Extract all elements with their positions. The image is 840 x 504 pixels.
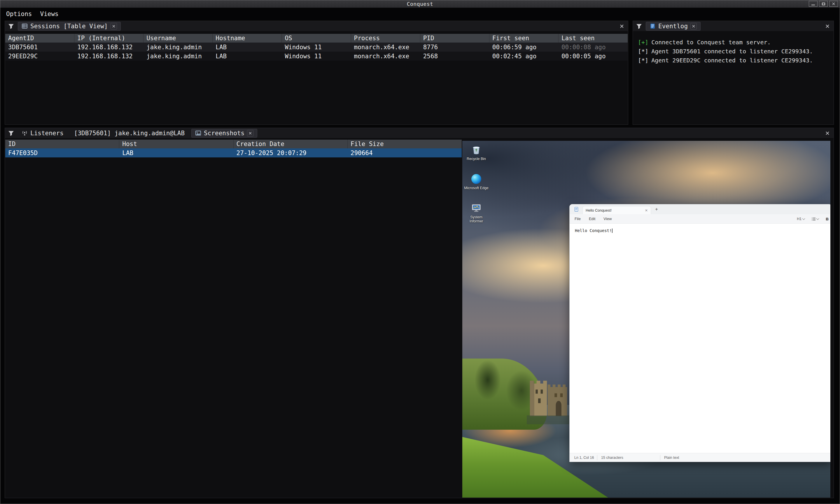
notepad-new-tab-button: +	[655, 206, 658, 212]
tab-screenshots[interactable]: Screenshots	[191, 129, 257, 138]
cell-hostname: LAB	[213, 44, 282, 51]
filter-funnel-icon[interactable]	[636, 23, 642, 30]
close-icon	[825, 131, 829, 135]
col-creation-date[interactable]: Creation Date	[234, 140, 348, 148]
screenshot-preview: Recycle Bin Microsoft Edge System Inform…	[462, 141, 830, 498]
eventlog-prefix: [*]	[638, 48, 648, 55]
cell-first-seen: 00:06:59 ago	[489, 44, 559, 51]
conquest-window: Conquest Options Views Sessions [Table V…	[0, 0, 840, 504]
col-file-size[interactable]: File Size	[348, 140, 462, 148]
filter-funnel-icon[interactable]	[8, 23, 14, 30]
notepad-heading-control: H1	[797, 217, 805, 221]
menu-views[interactable]: Views	[40, 11, 59, 17]
chevron-down-icon	[816, 217, 819, 220]
table-view-icon	[22, 23, 28, 29]
close-icon	[825, 24, 829, 28]
sessions-table: AgentID IP (Internal) Username Hostname …	[5, 34, 628, 61]
col-hostname[interactable]: Hostname	[213, 34, 282, 42]
eventlog-text: Agent 29EED29C connected to listener CE2…	[651, 57, 813, 64]
cell-last-seen: 00:00:08 ago	[559, 44, 628, 51]
tab-screenshots-close-icon[interactable]	[247, 130, 253, 137]
cell-os: Windows 11	[282, 44, 351, 51]
wallpaper-castle	[527, 365, 571, 426]
eventlog-line: [+]Connected to Conquest team server.	[638, 38, 829, 47]
chevron-down-icon	[802, 217, 805, 220]
system-informer-icon	[471, 203, 482, 213]
text-caret	[612, 229, 612, 233]
cell-process: monarch.x64.exe	[351, 53, 420, 60]
col-os[interactable]: OS	[282, 34, 351, 42]
tab-sessions-close-icon[interactable]	[110, 23, 117, 30]
col-pid[interactable]: PID	[420, 34, 489, 42]
notepad-content: Hello Conquest!	[575, 228, 612, 233]
col-host[interactable]: Host	[119, 140, 233, 148]
sessions-panel-close-icon[interactable]	[620, 24, 624, 28]
cell-hostname: LAB	[213, 53, 282, 60]
bottom-panel-close-icon[interactable]	[825, 131, 829, 135]
desktop-icon-system-informer: System Informer	[464, 203, 489, 223]
cell-id: F47E035D	[5, 149, 119, 157]
desktop-icon-label: Microsoft Edge	[464, 186, 488, 190]
desktop-icon-microsoft-edge: Microsoft Edge	[464, 174, 489, 190]
eventlog-panel: Eventlog [+]Connected to Conquest team s…	[633, 21, 834, 125]
tab-eventlog[interactable]: Eventlog	[646, 22, 701, 31]
notepad-bold-control: B	[826, 217, 829, 221]
maximize-button[interactable]	[819, 1, 828, 7]
notepad-menu-view: View	[603, 217, 612, 221]
col-process[interactable]: Process	[351, 34, 420, 42]
close-icon	[249, 131, 252, 135]
session-row[interactable]: 3DB75601 192.168.168.132 jake.king.admin…	[5, 42, 628, 52]
col-username[interactable]: Username	[143, 34, 213, 42]
cell-username: jake.king.admin	[143, 44, 213, 51]
session-row[interactable]: 29EED29C 192.168.168.132 jake.king.admin…	[5, 52, 628, 61]
tab-sessions-table-view[interactable]: Sessions [Table View]	[18, 22, 121, 31]
cell-username: jake.king.admin	[143, 53, 213, 60]
bottom-tabbar: Listeners [3DB75601] jake.king.admin@LAB…	[5, 128, 834, 139]
recycle-bin-icon	[471, 145, 482, 155]
tab-agent-session-label: [3DB75601] jake.king.admin@LAB	[74, 130, 185, 137]
notepad-menu-file: File	[575, 217, 581, 221]
window-controls	[809, 1, 838, 7]
notepad-tabstrip: Hello Conquest! ✕ +	[570, 204, 830, 214]
tab-listeners[interactable]: Listeners	[18, 129, 67, 138]
menubar: Options Views	[0, 8, 840, 20]
listeners-icon	[22, 130, 28, 136]
cell-creation-date: 27-10-2025 20:07:29	[234, 149, 348, 157]
status-document-type: Plain text	[660, 455, 685, 460]
tab-eventlog-close-icon[interactable]	[690, 23, 697, 30]
cell-ip: 192.168.168.132	[74, 44, 143, 51]
window-title: Conquest	[407, 1, 433, 7]
titlebar: Conquest	[0, 0, 840, 8]
col-id[interactable]: ID	[5, 140, 119, 148]
col-last-seen[interactable]: Last seen	[559, 34, 628, 42]
col-first-seen[interactable]: First seen	[489, 34, 559, 42]
desktop-icon-label: Recycle Bin	[467, 157, 486, 161]
notepad-list-control	[812, 217, 819, 221]
tab-agent-session[interactable]: [3DB75601] jake.king.admin@LAB	[70, 129, 188, 138]
screenshot-row[interactable]: F47E035D LAB 27-10-2025 20:07:29 290664	[5, 148, 462, 157]
close-button[interactable]	[829, 1, 838, 7]
menu-options[interactable]: Options	[6, 11, 32, 17]
cell-agentid: 3DB75601	[5, 44, 74, 51]
notepad-format-toolbar: H1 B	[797, 214, 829, 223]
col-ip-internal[interactable]: IP (Internal)	[74, 34, 143, 42]
close-icon	[620, 24, 624, 28]
col-agentid[interactable]: AgentID	[5, 34, 74, 42]
cell-pid: 8776	[420, 44, 489, 51]
screenshots-table-header: ID Host Creation Date File Size	[5, 140, 462, 148]
tab-listeners-label: Listeners	[30, 130, 64, 137]
notepad-tab: Hello Conquest! ✕	[582, 206, 651, 214]
desktop-icon-label: System Informer	[464, 215, 489, 223]
filter-funnel-icon[interactable]	[8, 130, 14, 137]
list-icon	[812, 217, 816, 221]
status-cursor-position: Ln 1, Col 16	[570, 455, 597, 460]
eventlog-line: [*]Agent 29EED29C connected to listener …	[638, 56, 829, 65]
eventlog-panel-close-icon[interactable]	[825, 24, 829, 28]
maximize-icon	[822, 3, 825, 5]
bottom-panel: Listeners [3DB75601] jake.king.admin@LAB…	[5, 128, 834, 498]
sessions-tabbar: Sessions [Table View]	[5, 21, 628, 32]
desktop-icon-recycle-bin: Recycle Bin	[464, 144, 489, 161]
status-character-count: 15 characters	[597, 455, 660, 460]
minimize-icon	[811, 5, 815, 5]
minimize-button[interactable]	[809, 1, 818, 7]
